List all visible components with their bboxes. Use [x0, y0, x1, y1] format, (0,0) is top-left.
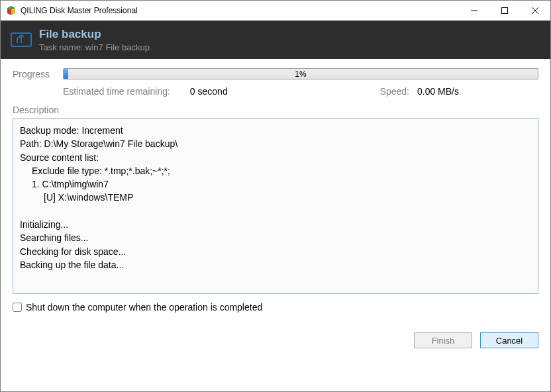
- log-line: Source content list:: [20, 151, 531, 164]
- progress-label: Progress: [13, 69, 63, 79]
- header: File backup Task name: win7 File backup: [1, 21, 550, 59]
- content: Progress 1% Estimated time remaining: 0 …: [1, 59, 550, 391]
- shutdown-checkbox-row[interactable]: Shut down the computer when the operatio…: [13, 302, 538, 313]
- maximize-button[interactable]: [489, 1, 520, 21]
- progress-bar: 1%: [63, 68, 538, 79]
- svg-rect-4: [502, 8, 508, 14]
- bottom: Shut down the computer when the operatio…: [13, 294, 538, 358]
- header-text: File backup Task name: win7 File backup: [39, 28, 150, 52]
- description-label: Description: [13, 105, 538, 115]
- log-line: Exclude file type: *.tmp;*.bak;~*;*;: [20, 164, 531, 177]
- app-icon: [6, 5, 17, 16]
- window-controls: [459, 1, 550, 21]
- log-line: Path: D:\My Storage\win7 File backup\: [20, 137, 531, 150]
- titlebar: QILING Disk Master Professional: [1, 1, 550, 21]
- log-blank: [20, 205, 531, 218]
- shutdown-label: Shut down the computer when the operatio…: [26, 302, 262, 313]
- estimated-value: 0 second: [190, 86, 228, 97]
- log-line: Searching files...: [20, 231, 531, 244]
- log-line: 1. C:\tmp\img\win7: [20, 177, 531, 191]
- finish-button[interactable]: Finish: [414, 332, 472, 348]
- description-box: Backup mode: Increment Path: D:\My Stora…: [13, 118, 538, 294]
- progress-row: Progress 1%: [13, 68, 538, 79]
- shutdown-checkbox[interactable]: [13, 303, 22, 312]
- close-button[interactable]: [520, 1, 550, 21]
- progress-percent: 1%: [64, 69, 538, 79]
- speed-value: 0.00 MB/s: [417, 86, 459, 97]
- header-subtitle: Task name: win7 File backup: [39, 42, 150, 52]
- button-row: Finish Cancel: [13, 332, 538, 358]
- log-line: Backing up the file data...: [20, 258, 531, 271]
- stats-row: Estimated time remaining: 0 second Speed…: [63, 86, 538, 97]
- backup-icon: [10, 28, 32, 51]
- log-line: Checking for disk space...: [20, 245, 531, 258]
- speed-label: Speed:: [380, 86, 409, 97]
- minimize-button[interactable]: [459, 1, 489, 21]
- window-title: QILING Disk Master Professional: [21, 6, 138, 15]
- log-line: [U] X:\windows\TEMP: [20, 191, 531, 204]
- header-title: File backup: [39, 28, 150, 41]
- log-line: Initializing...: [20, 218, 531, 231]
- estimated-label: Estimated time remaining:: [63, 86, 170, 97]
- log-line: Backup mode: Increment: [20, 124, 531, 137]
- cancel-button[interactable]: Cancel: [480, 332, 538, 348]
